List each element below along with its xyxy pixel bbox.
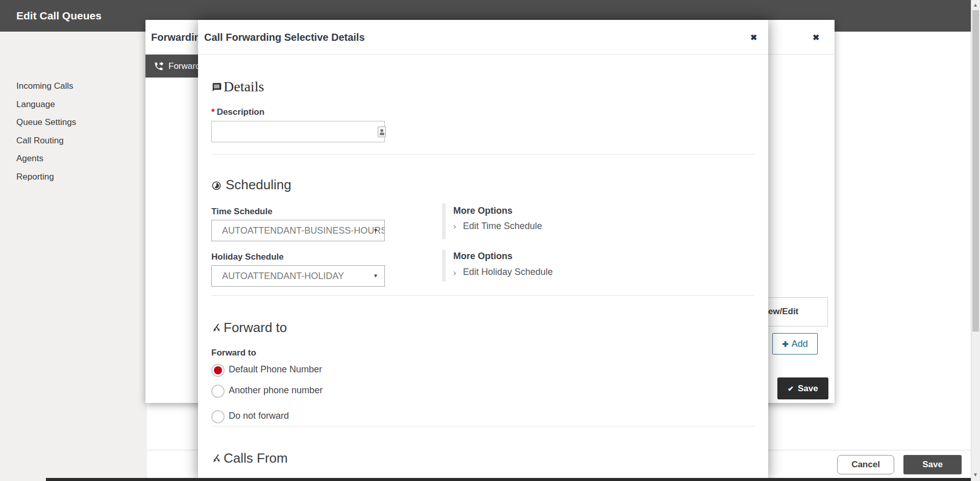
dialog-title: Call Forwarding Selective Details	[204, 32, 365, 43]
details-heading: Details	[224, 79, 264, 95]
chevron-right-icon: ›	[453, 221, 456, 232]
page-title: Edit Call Queues	[16, 0, 102, 32]
dropdown-arrow-icon: ▼	[373, 220, 378, 241]
sidebar-item-incoming-calls[interactable]: Incoming Calls	[0, 77, 147, 95]
radio-icon	[211, 385, 225, 398]
section-divider	[211, 426, 755, 426]
chat-icon	[212, 82, 222, 92]
forwarding-save-label: Save	[798, 384, 818, 393]
cancel-button[interactable]: Cancel	[837, 455, 894, 474]
check-icon: ✔	[788, 385, 794, 393]
time-schedule-label: Time Schedule	[211, 207, 273, 217]
chevron-right-icon: ›	[453, 268, 456, 278]
forward-to-heading: Forward to	[224, 320, 287, 336]
sidebar: Incoming Calls Language Queue Settings C…	[0, 32, 147, 481]
add-button[interactable]: ✚Add	[772, 333, 818, 355]
bottom-edge-bar	[46, 478, 980, 481]
holiday-schedule-select[interactable]: AUTOATTENDANT-HOLIDAY ▼	[211, 265, 385, 287]
dialog-close-icon[interactable]: ✖	[750, 33, 757, 42]
tab-forwarding[interactable]: Forwarding	[145, 55, 198, 78]
sidebar-item-queue-settings[interactable]: Queue Settings	[0, 113, 147, 132]
call-split-icon	[211, 454, 220, 463]
time-schedule-select[interactable]: AUTOATTENDANT-BUSINESS-HOURS ▼	[211, 220, 385, 241]
required-asterisk: *	[211, 107, 215, 117]
autofill-icon[interactable]	[378, 126, 386, 137]
scroll-up-icon[interactable]: ▲	[973, 2, 978, 8]
scrollbar-thumb[interactable]	[972, 10, 979, 332]
forwarding-dialog-close-icon[interactable]: ✖	[813, 33, 819, 42]
section-divider	[211, 295, 755, 296]
add-button-label: Add	[792, 339, 808, 349]
more-options-heading-2: More Options	[453, 251, 512, 262]
screen: Edit Call Queues Incoming Calls Language…	[0, 0, 980, 481]
radio-icon	[211, 410, 225, 423]
sidebar-item-call-routing[interactable]: Call Routing	[0, 132, 147, 150]
scheduling-heading: Scheduling	[226, 177, 291, 193]
more-options-bar	[442, 250, 446, 282]
holiday-schedule-label: Holiday Schedule	[211, 252, 284, 262]
sidebar-item-reporting[interactable]: Reporting	[0, 168, 147, 186]
sidebar-item-agents[interactable]: Agents	[0, 149, 147, 168]
description-input[interactable]	[211, 121, 385, 142]
radio-icon	[211, 364, 225, 377]
forwarding-dialog-title: Forwarding	[151, 32, 198, 43]
description-label: *Description	[211, 107, 264, 117]
sidebar-item-language[interactable]: Language	[0, 95, 147, 114]
more-options-heading-1: More Options	[453, 206, 512, 216]
forward-to-group-label: Forward to	[211, 348, 256, 358]
timelapse-icon	[211, 181, 222, 191]
scroll-down-icon[interactable]: ▼	[973, 472, 978, 477]
phone-forwarded-icon	[154, 61, 164, 71]
dialog-header: Call Forwarding Selective Details ✖	[198, 20, 768, 55]
plus-icon: ✚	[782, 340, 789, 348]
call-forwarding-selective-dialog: Call Forwarding Selective Details ✖ Deta…	[198, 20, 768, 481]
forwarding-save-button[interactable]: ✔Save	[777, 377, 828, 399]
vertical-scrollbar[interactable]: ▲ ▼	[971, 0, 980, 481]
sidebar-nav: Incoming Calls Language Queue Settings C…	[0, 77, 147, 186]
calls-from-heading: Calls From	[224, 450, 288, 466]
edit-holiday-schedule-link[interactable]: Edit Holiday Schedule	[463, 267, 553, 277]
edit-time-schedule-link[interactable]: Edit Time Schedule	[463, 221, 542, 232]
save-button[interactable]: Save	[903, 455, 962, 474]
dropdown-arrow-icon: ▼	[373, 266, 378, 286]
call-split-icon	[211, 323, 220, 333]
tab-forwarding-label: Forwarding	[168, 61, 198, 71]
more-options-bar	[442, 204, 446, 239]
section-divider	[211, 154, 755, 155]
